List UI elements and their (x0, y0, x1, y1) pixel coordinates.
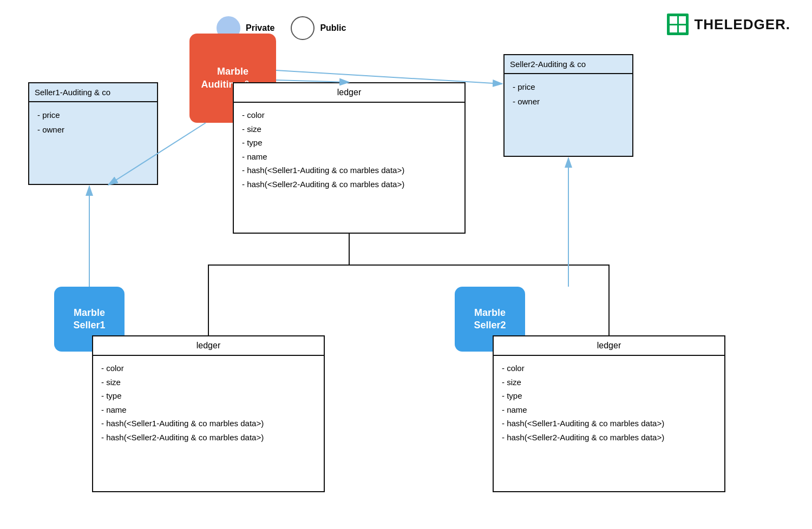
seller2-audit-box: Seller2-Auditing & co - price - owner (503, 54, 633, 157)
s2l-field-2: - size (502, 375, 716, 389)
seller1-ledger-body: - color - size - type - name - hash(<Sel… (93, 356, 324, 449)
marble-seller1-label: MarbleSeller1 (73, 307, 105, 332)
seller2-audit-body: - price - owner (505, 74, 632, 114)
sl-field-6: - hash(<Seller2-Auditing & co marbles da… (101, 431, 316, 445)
sl-field-3: - type (101, 389, 316, 403)
seller2-audit-header: Seller2-Auditing & co (505, 55, 632, 74)
seller1-field-price: - price (37, 108, 149, 122)
seller2-ledger-body: - color - size - type - name - hash(<Sel… (494, 356, 724, 449)
cl-field-1: - color (242, 108, 456, 122)
cl-field-6: - hash(<Seller2-Auditing & co marbles da… (242, 177, 456, 191)
arrow-central-to-seller1-ledger (208, 234, 349, 335)
legend-public: Public (291, 16, 346, 40)
cl-field-3: - type (242, 136, 456, 150)
s2l-field-4: - name (502, 403, 716, 417)
seller2-ledger-box: ledger - color - size - type - name - ha… (493, 335, 725, 492)
cl-field-2: - size (242, 122, 456, 136)
seller1-field-owner: - owner (37, 122, 149, 137)
sl-field-5: - hash(<Seller1-Auditing & co marbles da… (101, 416, 316, 431)
public-label: Public (320, 23, 346, 33)
logo-icon-cell (679, 16, 686, 24)
sl-field-4: - name (101, 403, 316, 417)
seller1-audit-body: - price - owner (29, 102, 157, 142)
public-circle-icon (291, 16, 315, 40)
logo-text: THELEDGER. (694, 16, 790, 33)
seller1-ledger-box: ledger - color - size - type - name - ha… (92, 335, 325, 492)
seller1-audit-box: Seller1-Auditing & co - price - owner (28, 82, 158, 185)
private-label: Private (246, 23, 274, 33)
s2l-field-3: - type (502, 389, 716, 403)
central-ledger-body: - color - size - type - name - hash(<Sel… (234, 103, 464, 196)
logo-icon (667, 14, 689, 35)
seller2-ledger-header: ledger (494, 336, 724, 356)
seller2-field-owner: - owner (513, 94, 624, 109)
s2l-field-1: - color (502, 361, 716, 375)
logo-icon-cell (679, 25, 686, 33)
central-ledger-header: ledger (234, 83, 464, 103)
sl-field-2: - size (101, 375, 316, 389)
s2l-field-6: - hash(<Seller2-Auditing & co marbles da… (502, 431, 716, 445)
logo: THELEDGER. (667, 14, 790, 35)
s2l-field-5: - hash(<Seller1-Auditing & co marbles da… (502, 416, 716, 431)
cl-field-4: - name (242, 150, 456, 164)
seller1-audit-header: Seller1-Auditing & co (29, 83, 157, 102)
marble-seller2-label: MarbleSeller2 (474, 307, 506, 332)
cl-field-5: - hash(<Seller1-Auditing & co marbles da… (242, 163, 456, 177)
seller2-field-price: - price (513, 80, 624, 94)
seller1-ledger-header: ledger (93, 336, 324, 356)
diagram: Private Public THELEDGER. MarbleAuditing… (0, 0, 812, 529)
logo-icon-cell (670, 16, 677, 24)
sl-field-1: - color (101, 361, 316, 375)
central-ledger-box: ledger - color - size - type - name - ha… (233, 82, 466, 234)
logo-icon-cell (670, 25, 677, 33)
